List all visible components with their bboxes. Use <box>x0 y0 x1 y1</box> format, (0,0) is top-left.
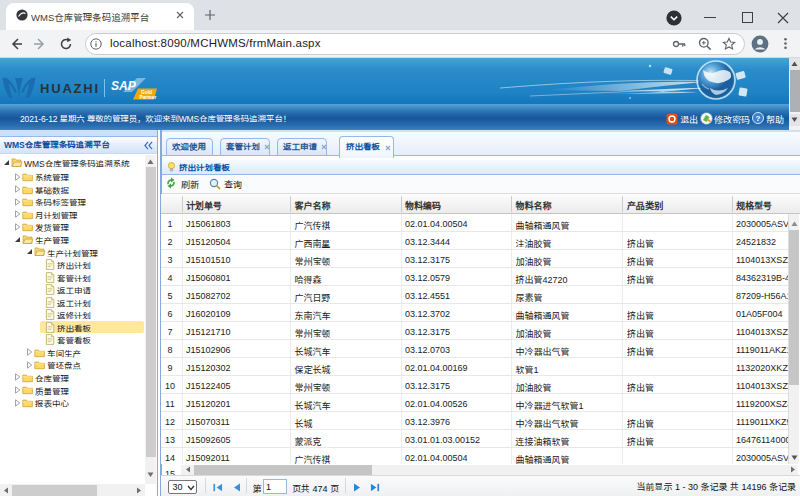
svg-text:?: ? <box>756 114 761 123</box>
svg-text:SAP: SAP <box>111 79 137 93</box>
svg-text:Partner: Partner <box>140 95 157 100</box>
